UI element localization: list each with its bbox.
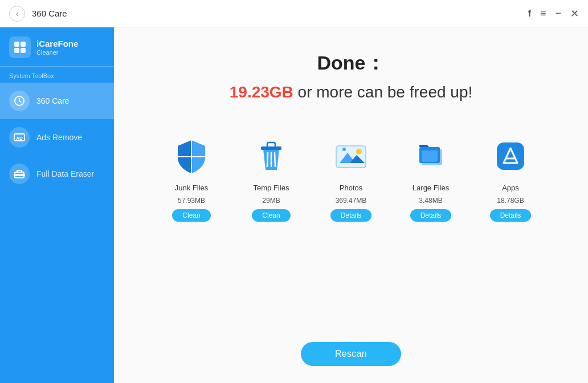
svg-point-19	[342, 148, 346, 151]
svg-rect-24	[497, 142, 524, 170]
photos-size: 369.47MB	[336, 197, 367, 205]
junk-icon	[171, 136, 212, 177]
title-bar-left: ‹ 360 Care	[9, 6, 67, 22]
temp-name: Temp Files	[254, 184, 289, 192]
logo-name: iCareFone	[36, 39, 78, 49]
close-icon[interactable]: ✕	[570, 7, 579, 20]
junk-button[interactable]: Clean	[172, 209, 210, 222]
freed-amount: 19.23GB	[230, 83, 293, 101]
freed-text: 19.23GB or more can be freed up!	[230, 83, 472, 101]
apps-name: Apps	[502, 184, 519, 192]
junk-size: 57.93MB	[178, 197, 205, 205]
temp-icon	[251, 136, 292, 177]
junk-name: Junk Files	[175, 184, 209, 192]
category-large: Large Files 3.48MB Details	[399, 136, 462, 222]
category-junk: Junk Files 57.93MB Clean	[160, 136, 223, 222]
done-label: Done	[317, 52, 366, 74]
360care-icon	[9, 91, 30, 111]
rescan-button[interactable]: Rescan	[301, 342, 401, 366]
svg-rect-0	[14, 42, 19, 47]
photos-button[interactable]: Details	[330, 209, 372, 222]
svg-rect-8	[14, 174, 25, 176]
svg-rect-3	[21, 48, 26, 53]
category-apps: Apps 18.78GB Details	[479, 136, 542, 222]
temp-button[interactable]: Clean	[252, 209, 290, 222]
sidebar-section-label: System ToolBox	[0, 67, 114, 83]
sidebar-item-adsremove[interactable]: AD Ads Remove	[0, 119, 114, 156]
svg-line-12	[267, 153, 268, 166]
large-icon	[410, 136, 451, 177]
apps-size: 18.78GB	[497, 197, 524, 205]
category-temp: Temp Files 29MB Clean	[240, 136, 303, 222]
apps-icon	[490, 136, 531, 177]
svg-line-14	[275, 153, 275, 166]
adsremove-icon: AD	[9, 127, 30, 148]
sidebar-item-label-360care: 360 Care	[36, 96, 70, 105]
facebook-icon[interactable]: f	[528, 9, 531, 19]
svg-rect-15	[336, 146, 366, 168]
done-heading: Done：	[317, 50, 385, 76]
minimize-icon[interactable]: −	[555, 7, 561, 19]
large-button[interactable]: Details	[410, 209, 452, 222]
menu-icon[interactable]: ≡	[540, 7, 546, 19]
sidebar-item-360care[interactable]: 360 Care	[0, 83, 114, 119]
sidebar-item-fullerase[interactable]: Full Data Eraser	[0, 156, 114, 192]
svg-rect-2	[14, 48, 19, 53]
window-title: 360 Care	[32, 9, 67, 18]
title-bar: ‹ 360 Care f ≡ − ✕	[0, 0, 588, 27]
svg-point-18	[356, 149, 362, 154]
svg-rect-23	[422, 150, 438, 162]
app-body: iCareFone Cleaner System ToolBox 360 Car…	[0, 27, 588, 383]
sidebar-item-label-fullerase: Full Data Eraser	[36, 169, 94, 178]
large-size: 3.48MB	[419, 197, 442, 205]
categories-row: Junk Files 57.93MB Clean	[160, 136, 542, 222]
logo-subtitle: Cleaner	[36, 49, 78, 56]
main-content: Done： 19.23GB or more can be freed up!	[114, 27, 588, 383]
sidebar: iCareFone Cleaner System ToolBox 360 Car…	[0, 27, 114, 383]
app-logo-icon	[9, 36, 31, 58]
photos-name: Photos	[340, 184, 362, 192]
svg-rect-1	[21, 42, 26, 47]
svg-text:AD: AD	[16, 136, 23, 141]
large-name: Large Files	[413, 184, 449, 192]
sidebar-item-label-adsremove: Ads Remove	[36, 133, 82, 142]
freed-description: or more can be freed up!	[298, 83, 473, 101]
photos-icon	[330, 136, 371, 177]
back-button[interactable]: ‹	[9, 6, 25, 22]
category-photos: Photos 369.47MB Details	[320, 136, 382, 222]
svg-rect-11	[261, 146, 281, 150]
fullerase-icon	[9, 164, 30, 184]
sidebar-logo: iCareFone Cleaner	[0, 27, 114, 67]
logo-text: iCareFone Cleaner	[36, 39, 78, 56]
apps-button[interactable]: Details	[490, 209, 532, 222]
title-bar-right: f ≡ − ✕	[528, 7, 579, 20]
temp-size: 29MB	[262, 197, 280, 205]
